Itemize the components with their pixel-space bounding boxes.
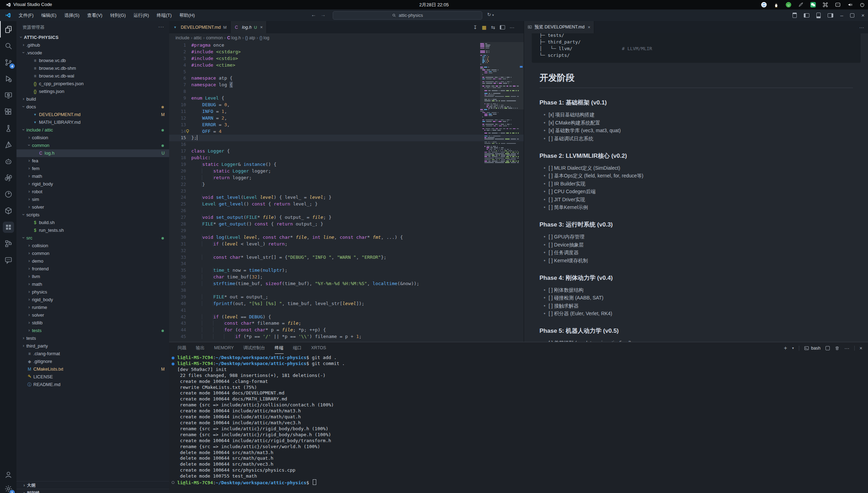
tree-item-fem[interactable]: ›fem — [16, 165, 169, 173]
close-panel-icon[interactable]: × — [860, 345, 862, 351]
tree-item-collision[interactable]: ›collision — [16, 134, 169, 142]
activity-settings-icon[interactable]: 1 — [0, 480, 16, 493]
breadcrumb[interactable]: include›attic›common›Clog.h›{}atp›{}log — [169, 33, 524, 42]
panel-tab-终端[interactable]: 终端 — [275, 342, 284, 354]
code-line-44[interactable]: 44 for (const char* p = file; *p; ++p) { — [169, 327, 524, 333]
kill-terminal-icon[interactable] — [835, 346, 840, 351]
feather-icon[interactable] — [798, 2, 804, 8]
code-line-4[interactable]: 4#include <ctime> — [169, 62, 524, 69]
code-line-7[interactable]: 7namespace log { — [169, 82, 524, 88]
tree-item-c_cpp_properties.json[interactable]: {}c_cpp_properties.json — [16, 80, 169, 88]
maximize-icon[interactable] — [850, 13, 854, 18]
menu-item-7[interactable]: 帮助(H) — [175, 11, 199, 20]
tree-item-.gitignore[interactable]: ◆.gitignore — [16, 358, 169, 365]
menu-item-3[interactable]: 查看(V) — [83, 11, 106, 20]
activity-search-icon[interactable] — [0, 38, 16, 54]
panel-tab-MEMORY[interactable]: MEMORY — [214, 342, 234, 354]
timeline-section[interactable]: ›时间线 — [16, 489, 169, 493]
code-line-21[interactable]: 21 return logger; — [169, 175, 524, 181]
tree-item-collision[interactable]: ›collision — [16, 242, 169, 250]
activity-extensions-icon[interactable] — [0, 103, 16, 120]
os-clock[interactable]: 2月28日 22:05 — [0, 2, 868, 8]
new-terminal-icon[interactable]: + — [784, 345, 787, 351]
tree-item-fea[interactable]: ›fea — [16, 157, 169, 165]
sidebar-more-icon[interactable]: ··· — [158, 24, 164, 29]
power-icon[interactable] — [859, 2, 865, 8]
tree-item-settings.json[interactable]: {}settings.json — [16, 88, 169, 95]
menu-item-6[interactable]: 终端(T) — [153, 11, 175, 20]
tab-close-icon[interactable]: × — [260, 25, 263, 30]
menu-item-1[interactable]: 编辑(E) — [38, 11, 60, 20]
tree-item-browse.vc.db-shm[interactable]: ≡browse.vc.db-shm — [16, 65, 169, 72]
code-line-9[interactable]: 9enum Level { — [169, 95, 524, 102]
tree-item-rigid_body[interactable]: ›rigid_body — [16, 180, 169, 188]
tree-item-src[interactable]: ›src — [16, 234, 169, 242]
minimize-icon[interactable]: – — [840, 12, 843, 18]
code-line-8[interactable]: 8 — [169, 88, 524, 95]
menu-item-4[interactable]: 转到(G) — [106, 11, 130, 20]
code-line-29[interactable]: 29 — [169, 228, 524, 234]
terminal-dropdown-icon[interactable]: ▾ — [792, 346, 794, 350]
code-line-3[interactable]: 3#include <cstdio> — [169, 55, 524, 62]
activity-hierarchy-icon[interactable] — [0, 235, 16, 252]
code-line-11[interactable]: 11 INFO = 1, — [169, 108, 524, 115]
code-line-35[interactable]: 35 time_t now = time(nullptr); — [169, 267, 524, 274]
code-line-2[interactable]: 2#include <cstdarg> — [169, 49, 524, 55]
more-actions-icon[interactable]: ··· — [859, 25, 864, 30]
tree-item-build[interactable]: ›build — [16, 95, 169, 103]
code-line-25[interactable]: 25 Level get_level() const { return leve… — [169, 201, 524, 208]
open-changes-icon[interactable]: ⇆ — [491, 25, 495, 30]
code-line-13[interactable]: 13 ERROR = 3, — [169, 122, 524, 128]
code-line-18[interactable]: 18public: — [169, 155, 524, 161]
tree-item-robot[interactable]: ›robot — [16, 188, 169, 196]
more-actions-icon[interactable]: ··· — [510, 25, 515, 30]
tree-item-.vscode[interactable]: ›.vscode — [16, 49, 169, 57]
toggle-secondary-sidebar-icon[interactable] — [828, 13, 833, 18]
code-line-34[interactable]: 34 — [169, 261, 524, 267]
tab-log.h[interactable]: Clog.hU× — [231, 21, 267, 33]
tree-item-.github[interactable]: ›.github — [16, 41, 169, 49]
tree-item-runtime[interactable]: ›runtime — [16, 304, 169, 311]
tab-preview-development[interactable]: 预览 DEVELOPMENT.md × — [524, 21, 594, 33]
panel-more-icon[interactable]: ··· — [844, 345, 849, 351]
menu-item-5[interactable]: 运行(R) — [130, 11, 153, 20]
code-line-26[interactable]: 26 — [169, 208, 524, 214]
split-terminal-icon[interactable] — [826, 346, 830, 350]
tree-item-browse.vc.db-wal[interactable]: ≡browse.vc.db-wal — [16, 72, 169, 80]
tree-item-browse.vc.db[interactable]: ≡browse.vc.db — [16, 57, 169, 65]
code-line-6[interactable]: 6namespace atp { — [169, 75, 524, 82]
activity-kilo-icon[interactable] — [0, 219, 16, 235]
tree-item-physics[interactable]: ›physics — [16, 288, 169, 296]
code-line-14[interactable]: 14 OFF = 4 — [169, 128, 524, 135]
tree-item-common[interactable]: ›common — [16, 142, 169, 149]
tree-root-attic-physics[interactable]: ›ATTIC-PHYSICS — [16, 34, 169, 41]
code-line-17[interactable]: 17class Logger { — [169, 148, 524, 155]
code-line-40[interactable]: 40 fprintf(out, "[%s] [%s] ", time_buf, … — [169, 300, 524, 307]
tree-item-DEVELOPMENT.md[interactable]: ▼DEVELOPMENT.mdM — [16, 111, 169, 119]
panel-tab-XRTOS[interactable]: XRTOS — [311, 342, 326, 354]
customize-layout-icon[interactable] — [793, 13, 797, 18]
tab-close-icon[interactable]: × — [588, 25, 590, 30]
code-line-20[interactable]: 20 static Logger logger; — [169, 168, 524, 175]
code-line-15[interactable]: 15}; — [169, 135, 524, 141]
tree-item-build.sh[interactable]: $build.sh — [16, 219, 169, 227]
markdown-preview-content[interactable]: ├─ tests/ ├─ third_party/ │ └─ llvm/ # L… — [524, 33, 868, 342]
breadcrumb-item-log[interactable]: {}log — [259, 35, 269, 40]
tree-item-log.h[interactable]: Clog.hU — [16, 149, 169, 157]
tree-item-math[interactable]: ›math — [16, 173, 169, 180]
tree-item-MATH_LIBRARY.md[interactable]: ▼MATH_LIBRARY.md — [16, 119, 169, 126]
code-line-45[interactable]: 45 if (*p == '/' || *p == '\\') filename… — [169, 333, 524, 340]
code-line-39[interactable]: 39 FILE* out = output_; — [169, 294, 524, 300]
breadcrumb-item-log.h[interactable]: Clog.h — [227, 35, 241, 40]
outline-section[interactable]: ›大纲 — [16, 481, 169, 489]
tree-item-stdlib[interactable]: ›stdlib — [16, 319, 169, 327]
breadcrumb-item-atp[interactable]: {}atp — [245, 35, 255, 40]
tree-item-scripts[interactable]: ›scripts — [16, 211, 169, 219]
code-line-23[interactable]: 23 — [169, 188, 524, 195]
menu-item-2[interactable]: 选择(S) — [60, 11, 83, 20]
code-line-24[interactable]: 24 void set_level(Level level) { level_ … — [169, 194, 524, 201]
tree-item-.clang-format[interactable]: ≡.clang-format — [16, 350, 169, 358]
activity-run-debug-icon[interactable] — [0, 70, 16, 87]
code-line-37[interactable]: 37 strftime(time_buf, sizeof(time_buf), … — [169, 281, 524, 287]
code-line-1[interactable]: 1#pragma once — [169, 42, 524, 49]
